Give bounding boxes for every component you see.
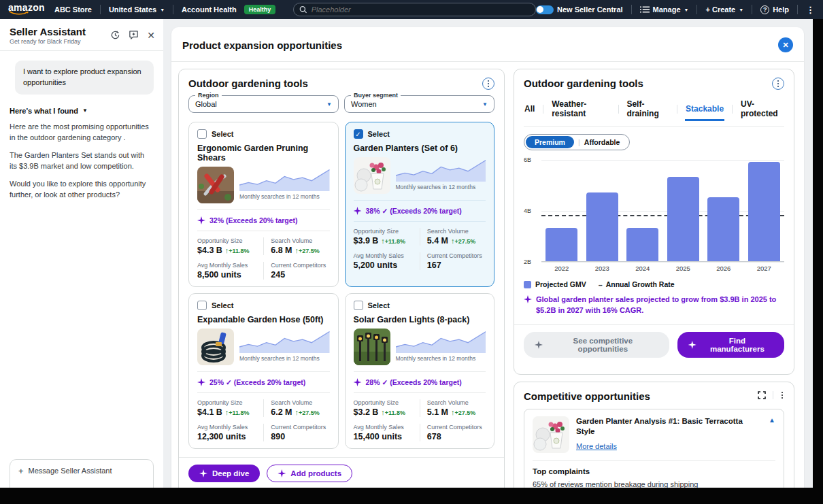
product-card-garden-hose[interactable]: Select Expandable Garden Hose (50ft) bbox=[188, 293, 339, 449]
select-checkbox[interactable] bbox=[197, 301, 207, 310]
tab-weather-resistant[interactable]: Weather-resistant bbox=[551, 97, 610, 126]
analysis-item: Garden Planter Analysis #1: Basic Terrac… bbox=[524, 409, 784, 488]
manage-menu[interactable]: Manage▼ bbox=[640, 5, 689, 14]
product-name: Ergonomic Garden Pruning Shears bbox=[197, 144, 330, 163]
product-card-pruning-shears[interactable]: Select Ergonomic Garden Pruning Shears bbox=[188, 122, 339, 287]
amazon-smile-icon bbox=[8, 11, 30, 16]
find-manufacturers-button[interactable]: Find manufacturers bbox=[677, 332, 784, 358]
assistant-paragraph: Would you like to explore this opportuni… bbox=[10, 179, 154, 201]
seller-assistant-sidebar: Seller Assistant Get ready for Black Fri… bbox=[0, 19, 163, 488]
more-details-link[interactable]: More details bbox=[576, 442, 617, 450]
store-name[interactable]: ABC Store bbox=[54, 5, 92, 14]
segment-affordable[interactable]: Affordable bbox=[583, 136, 628, 148]
message-composer[interactable]: + Message Seller Assistant bbox=[10, 459, 154, 488]
add-products-button[interactable]: Add products bbox=[267, 465, 352, 482]
explorer-title: Outdoor gardening tools bbox=[188, 78, 308, 89]
product-name: Expandable Garden Hose (50ft) bbox=[197, 315, 330, 324]
deep-dive-button[interactable]: Deep dive bbox=[188, 465, 260, 482]
found-header[interactable]: Here's what I found ▼ bbox=[10, 107, 154, 115]
gmv-bar-2027[interactable] bbox=[748, 162, 780, 261]
search-input[interactable] bbox=[312, 5, 530, 14]
x-tick-label: 2024 bbox=[622, 265, 663, 272]
sparkline-chart bbox=[396, 157, 486, 182]
buyer-segment-select[interactable]: Buyer segment Women ▼ bbox=[344, 95, 494, 113]
market-analysis-card: Outdoor gardening tools All Weather-resi… bbox=[514, 69, 794, 375]
competitive-title: Competitive opportunities bbox=[524, 390, 650, 402]
product-image-shears bbox=[197, 167, 234, 203]
card-menu-icon[interactable] bbox=[482, 78, 494, 90]
x-tick-label: 2027 bbox=[744, 265, 785, 272]
divider bbox=[752, 5, 752, 14]
composer-placeholder: Message Seller Assistant bbox=[29, 467, 112, 488]
marketplace-switcher[interactable]: United States▼ bbox=[109, 5, 165, 14]
expand-icon[interactable] bbox=[758, 391, 766, 399]
divider bbox=[173, 5, 173, 14]
ai-insight: 38% ✓ (Exceeds 20% target) bbox=[354, 207, 486, 215]
select-checkbox-checked[interactable]: ✓ bbox=[354, 129, 363, 139]
list-icon bbox=[640, 5, 650, 14]
sparkle-icon bbox=[354, 207, 362, 215]
create-menu[interactable]: + Create▼ bbox=[705, 5, 743, 14]
chevron-down-icon: ▼ bbox=[684, 7, 689, 12]
gmv-bar-2023[interactable] bbox=[586, 192, 618, 261]
history-icon[interactable] bbox=[110, 30, 120, 40]
chart-y-axis: 6B4B2B bbox=[524, 160, 540, 262]
overflow-menu[interactable]: ⋮ bbox=[806, 5, 815, 15]
product-card-garden-planters[interactable]: ✓ Select Garden Planters (Set of 6) bbox=[345, 122, 495, 287]
ai-insight: 28% ✓ (Exceeds 20% target) bbox=[354, 378, 486, 386]
global-search[interactable] bbox=[293, 3, 536, 16]
tab-stackable[interactable]: Stackable bbox=[685, 101, 724, 121]
collapse-icon[interactable]: ▲ bbox=[769, 416, 775, 453]
complaint-line: 65% of reviews mention breakage during s… bbox=[533, 479, 775, 488]
tab-all[interactable]: All bbox=[524, 101, 535, 121]
expansion-panel: Product expansion opportunities ✕ Outdoo… bbox=[171, 27, 804, 488]
select-checkbox[interactable] bbox=[197, 129, 207, 139]
divider bbox=[696, 5, 697, 14]
y-tick-label: 4B bbox=[524, 207, 531, 214]
help-menu[interactable]: ? Help bbox=[760, 5, 789, 14]
card-menu-icon[interactable] bbox=[780, 390, 784, 401]
product-card-solar-lights[interactable]: Select Solar Garden Lights (8-pack) bbox=[345, 293, 495, 449]
close-panel-button[interactable]: ✕ bbox=[778, 37, 793, 52]
region-select[interactable]: Region Global ▼ bbox=[188, 95, 339, 113]
plus-icon: + bbox=[18, 467, 24, 488]
sparkle-icon bbox=[524, 295, 532, 303]
segment-premium[interactable]: Premium bbox=[526, 136, 574, 148]
account-health[interactable]: Account Health Healthy bbox=[182, 5, 275, 14]
x-tick-label: 2023 bbox=[582, 265, 623, 272]
new-chat-icon[interactable] bbox=[129, 30, 139, 40]
analysis-item-title: Garden Planter Analysis #1: Basic Terrac… bbox=[576, 416, 762, 437]
chart-legend: Projected GMV -- Annual Growth Rate bbox=[524, 280, 784, 288]
sparkle-icon bbox=[535, 341, 543, 349]
gmv-bar-2024[interactable] bbox=[626, 228, 658, 261]
chevron-down-icon: ▼ bbox=[160, 7, 165, 12]
tab-uv-protected[interactable]: UV-protected bbox=[740, 97, 784, 126]
sparkline-chart bbox=[239, 329, 330, 353]
main-content: Product expansion opportunities ✕ Outdoo… bbox=[163, 19, 813, 488]
competitive-opportunities-card: Competitive opportunities bbox=[514, 382, 794, 488]
gmv-bar-2026[interactable] bbox=[707, 197, 739, 261]
gmv-bar-chart: 6B4B2B 202220232024202520262027 bbox=[524, 160, 784, 272]
amazon-logo[interactable]: amazon bbox=[8, 4, 45, 16]
gmv-bar-2022[interactable] bbox=[545, 228, 577, 261]
analysis-item-image bbox=[533, 416, 569, 453]
chevron-down-icon: ▼ bbox=[739, 7, 743, 12]
opportunity-explorer-card: Outdoor gardening tools Region Global ▼ … bbox=[178, 69, 505, 488]
sparkle-icon bbox=[199, 469, 207, 477]
sparkle-icon bbox=[278, 469, 286, 477]
tab-self-draining[interactable]: Self-draining bbox=[626, 97, 669, 126]
sparkline-chart bbox=[239, 167, 330, 191]
see-competitive-opportunities-button[interactable]: See competitive opportunities bbox=[524, 332, 669, 358]
new-seller-central-toggle-group: New Seller Central bbox=[536, 5, 623, 14]
close-assistant-icon[interactable]: ✕ bbox=[147, 31, 155, 40]
card-menu-icon[interactable] bbox=[772, 78, 784, 90]
sparkle-icon bbox=[197, 216, 205, 224]
gridline bbox=[541, 262, 784, 263]
gmv-bar-2025[interactable] bbox=[667, 177, 699, 261]
select-checkbox[interactable] bbox=[354, 301, 363, 310]
price-segment-toggle: Premium | Affordable bbox=[524, 134, 630, 150]
product-name: Garden Planters (Set of 6) bbox=[354, 144, 486, 153]
new-seller-central-toggle[interactable] bbox=[536, 5, 554, 14]
chart-plot-area bbox=[541, 160, 784, 262]
sparkline-caption: Monthly searches in 12 months bbox=[239, 355, 330, 362]
